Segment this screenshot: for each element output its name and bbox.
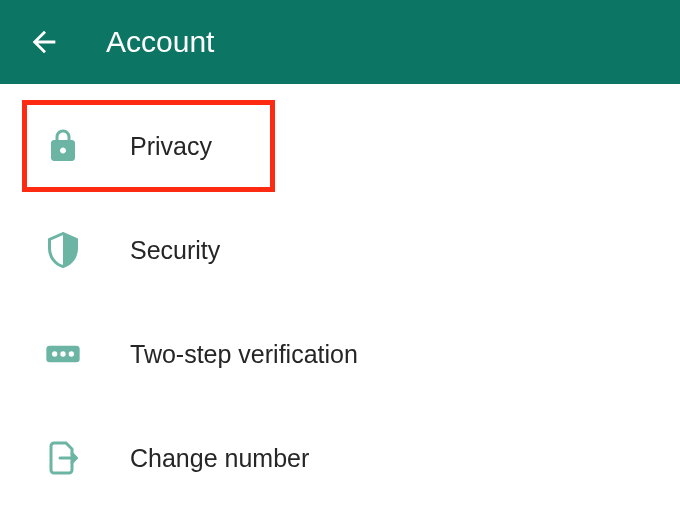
header-bar: Account — [0, 0, 680, 84]
menu-label: Security — [130, 236, 220, 265]
page-title: Account — [106, 25, 214, 59]
menu-item-two-step[interactable]: Two-step verification — [0, 302, 680, 406]
menu-label: Privacy — [130, 132, 212, 161]
menu-item-security[interactable]: Security — [0, 198, 680, 302]
back-button[interactable] — [24, 22, 64, 62]
menu-item-privacy[interactable]: Privacy — [0, 94, 680, 198]
menu-item-change-number[interactable]: Change number — [0, 406, 680, 506]
shield-icon — [42, 229, 84, 271]
sim-swap-icon — [42, 437, 84, 479]
lock-icon — [42, 125, 84, 167]
menu-label: Change number — [130, 444, 309, 473]
account-menu: Privacy Security Two-step verification — [0, 84, 680, 506]
menu-label: Two-step verification — [130, 340, 358, 369]
back-arrow-icon — [27, 25, 61, 59]
pin-icon — [42, 333, 84, 375]
svg-point-2 — [60, 351, 65, 356]
svg-point-3 — [69, 351, 74, 356]
svg-point-1 — [52, 351, 57, 356]
